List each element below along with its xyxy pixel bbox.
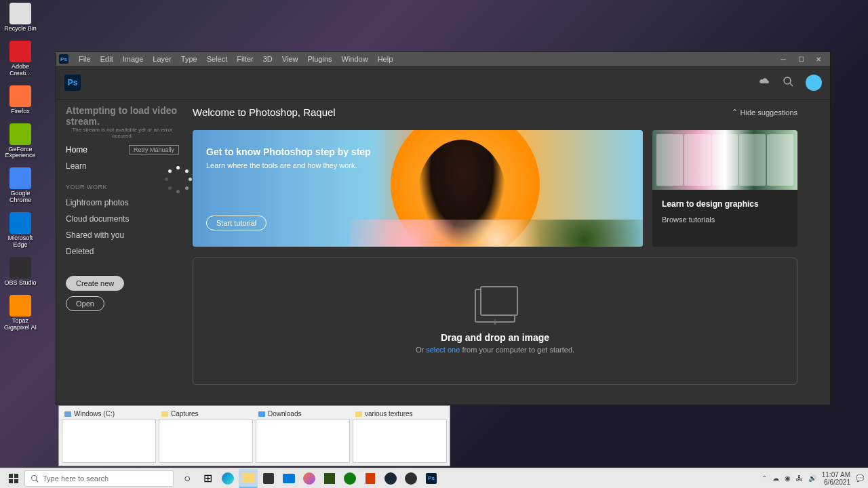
taskbar-search[interactable] <box>24 470 174 487</box>
explorer-preview-captures[interactable]: Captures <box>159 409 253 463</box>
office-taskbar-icon[interactable] <box>361 469 380 488</box>
ps-app-icon: Ps <box>59 54 68 64</box>
sidebar-item-cloud-documents[interactable]: Cloud documents <box>66 211 179 227</box>
mail-taskbar-icon[interactable] <box>279 469 298 488</box>
video-error-title: Attempting to load video stream. <box>66 105 179 127</box>
sidebar-item-shared-with-you[interactable]: Shared with you <box>66 227 179 243</box>
tray-clock[interactable]: 11:07 AM 6/6/2021 <box>822 471 850 486</box>
explorer-previews: Windows (C:)CapturesDownloadsvarious tex… <box>58 405 450 466</box>
sidebar-item-lightroom-photos[interactable]: Lightroom photos <box>66 195 179 211</box>
edge-taskbar-icon[interactable] <box>218 469 237 488</box>
menu-3d[interactable]: 3D <box>258 55 277 63</box>
browse-tutorials-link[interactable]: Browse tutorials <box>652 209 797 224</box>
svg-line-1 <box>790 83 793 86</box>
retry-button[interactable]: Retry Manually <box>129 145 179 155</box>
sidebar-item-deleted[interactable]: Deleted <box>66 243 179 260</box>
user-avatar[interactable] <box>806 75 822 91</box>
hero-tutorial-card[interactable]: Get to know Photoshop step by step Learn… <box>193 130 643 247</box>
xbox-taskbar-icon[interactable] <box>340 469 359 488</box>
menu-window[interactable]: Window <box>337 55 373 63</box>
nav-learn[interactable]: Learn <box>66 158 179 174</box>
tray-onedrive-icon[interactable]: ☁ <box>772 474 779 482</box>
svg-point-6 <box>32 475 37 481</box>
select-one-link[interactable]: select one <box>426 346 460 354</box>
welcome-heading: Welcome to Photoshop, Raquel <box>193 106 336 118</box>
section-your-work: YOUR WORK <box>66 184 179 190</box>
minimize-button[interactable]: ─ <box>774 53 792 65</box>
photoshop-taskbar-icon[interactable]: Ps <box>422 469 441 488</box>
svg-line-7 <box>36 480 38 482</box>
explorer-preview-downloads[interactable]: Downloads <box>256 409 350 463</box>
drop-subtitle: Or select one from your computer to get … <box>416 346 574 354</box>
task-view-icon[interactable]: ⊞ <box>198 469 217 488</box>
menu-type[interactable]: Type <box>176 55 202 63</box>
svg-rect-2 <box>9 474 13 478</box>
app-taskbar-icon[interactable] <box>320 469 339 488</box>
menu-plugins[interactable]: Plugins <box>302 55 336 63</box>
svg-rect-5 <box>14 479 18 483</box>
loading-spinner <box>165 166 192 193</box>
menu-select[interactable]: Select <box>202 55 233 63</box>
search-icon <box>31 474 39 483</box>
close-button[interactable]: ✕ <box>810 53 827 65</box>
menu-layer[interactable]: Layer <box>148 55 176 63</box>
hero-subtitle: Learn where the tools are and how they w… <box>206 161 629 169</box>
start-button[interactable] <box>4 469 23 488</box>
firefox-taskbar-icon[interactable] <box>300 469 319 488</box>
taskbar: ○ ⊞ Ps ⌃ ☁ ◉ 🖧 🔊 11:07 AM 6/6/2021 💬 <box>0 468 868 488</box>
menu-help[interactable]: Help <box>373 55 398 63</box>
chevron-up-icon: ⌃ <box>732 108 738 117</box>
sidebar: Attempting to load video stream. The str… <box>56 100 189 405</box>
nav-home[interactable]: Home <box>66 142 87 158</box>
desktop-icon-adobe-cc[interactable]: Adobe Creati... <box>3 41 37 77</box>
desktop-icon-recycle-bin[interactable]: Recycle Bin <box>3 3 37 33</box>
tray-chevron-icon[interactable]: ⌃ <box>762 474 767 482</box>
menu-filter[interactable]: Filter <box>232 55 258 63</box>
image-drop-icon <box>475 289 515 323</box>
obs-taskbar-icon[interactable] <box>401 469 420 488</box>
main-content: Welcome to Photoshop, Raquel ⌃ Hide sugg… <box>189 100 830 405</box>
drop-title: Drag and drop an image <box>441 332 549 343</box>
cloud-icon[interactable] <box>758 77 770 89</box>
cortana-icon[interactable]: ○ <box>178 469 197 488</box>
title-bar[interactable]: Ps FileEditImageLayerTypeSelectFilter3DV… <box>56 52 830 66</box>
desktop-icon-chrome[interactable]: Google Chrome <box>3 167 37 204</box>
desktop-icon-topaz[interactable]: Topaz Gigapixel AI <box>3 295 37 331</box>
desktop-icon-edge[interactable]: Microsoft Edge <box>3 212 37 249</box>
maximize-button[interactable]: ☐ <box>792 53 810 65</box>
tray-volume-icon[interactable]: 🔊 <box>808 474 816 482</box>
desktop-icon-geforce[interactable]: GeForce Experience <box>3 123 37 160</box>
menu-edit[interactable]: Edit <box>96 55 118 63</box>
steam-taskbar-icon[interactable] <box>381 469 400 488</box>
create-new-button[interactable]: Create new <box>66 276 124 291</box>
photoshop-window: Ps FileEditImageLayerTypeSelectFilter3DV… <box>56 52 831 405</box>
menu-file[interactable]: File <box>74 55 96 63</box>
video-error-subtitle: The stream is not available yet or an er… <box>66 127 179 139</box>
learn-graphics-card[interactable]: Learn to design graphics Browse tutorial… <box>652 130 797 247</box>
drop-zone[interactable]: Drag and drop an image Or select one fro… <box>193 258 797 385</box>
start-tutorial-button[interactable]: Start tutorial <box>206 216 267 230</box>
store-taskbar-icon[interactable] <box>259 469 278 488</box>
card-thumbnail <box>652 130 797 190</box>
svg-rect-4 <box>9 479 13 483</box>
hero-title: Get to know Photoshop step by step <box>206 146 629 157</box>
svg-point-0 <box>784 77 791 84</box>
menu-image[interactable]: Image <box>118 55 149 63</box>
open-button[interactable]: Open <box>66 296 104 311</box>
app-header: Ps <box>56 66 830 100</box>
explorer-preview-various-textures[interactable]: various textures <box>353 409 447 463</box>
menu-view[interactable]: View <box>277 55 303 63</box>
tray-nvidia-icon[interactable]: ◉ <box>785 474 791 482</box>
search-input[interactable] <box>43 474 167 483</box>
hide-suggestions-button[interactable]: ⌃ Hide suggestions <box>732 108 797 117</box>
explorer-preview-windows-c-[interactable]: Windows (C:) <box>62 409 156 463</box>
explorer-taskbar-icon[interactable] <box>239 469 258 488</box>
svg-rect-3 <box>14 474 18 478</box>
desktop-icon-firefox[interactable]: Firefox <box>3 85 37 115</box>
ps-logo[interactable]: Ps <box>64 75 81 91</box>
desktop-icon-obs[interactable]: OBS Studio <box>3 257 37 287</box>
notifications-icon[interactable]: 💬 <box>856 474 864 482</box>
search-icon[interactable] <box>783 76 793 89</box>
tray-network-icon[interactable]: 🖧 <box>796 474 803 482</box>
card-title: Learn to design graphics <box>652 190 797 209</box>
